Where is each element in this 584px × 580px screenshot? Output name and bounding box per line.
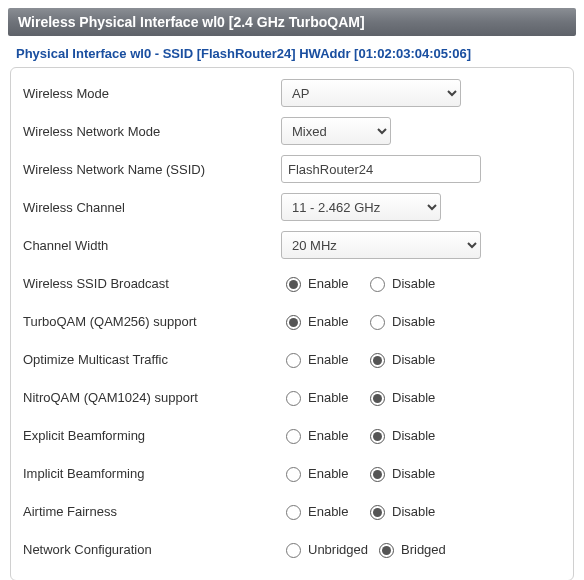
enable-label: Enable [308,390,348,405]
label-ebf: Explicit Beamforming [21,428,281,443]
label-network-mode: Wireless Network Mode [21,124,281,139]
label-netconf: Network Configuration [21,542,281,557]
label-multicast: Optimize Multicast Traffic [21,352,281,367]
turboqam-enable-radio[interactable] [286,315,301,330]
broadcast-enable-radio[interactable] [286,277,301,292]
ibf-disable-radio[interactable] [370,467,385,482]
nitroqam-enable-radio[interactable] [286,391,301,406]
atf-enable-radio[interactable] [286,505,301,520]
ebf-disable-radio[interactable] [370,429,385,444]
label-width: Channel Width [21,238,281,253]
disable-label: Disable [392,504,435,519]
disable-label: Disable [392,314,435,329]
atf-disable-radio[interactable] [370,505,385,520]
netconf-unbridged-radio[interactable] [286,543,301,558]
network-mode-select[interactable]: Mixed [281,117,391,145]
label-ssid: Wireless Network Name (SSID) [21,162,281,177]
ssid-input[interactable] [281,155,481,183]
label-wireless-mode: Wireless Mode [21,86,281,101]
unbridged-label: Unbridged [308,542,368,557]
disable-label: Disable [392,428,435,443]
enable-label: Enable [308,276,348,291]
wireless-mode-select[interactable]: AP [281,79,461,107]
multicast-disable-radio[interactable] [370,353,385,368]
turboqam-disable-radio[interactable] [370,315,385,330]
nitroqam-disable-radio[interactable] [370,391,385,406]
label-channel: Wireless Channel [21,200,281,215]
ibf-enable-radio[interactable] [286,467,301,482]
enable-label: Enable [308,428,348,443]
channel-select[interactable]: 11 - 2.462 GHz [281,193,441,221]
disable-label: Disable [392,352,435,367]
enable-label: Enable [308,314,348,329]
multicast-enable-radio[interactable] [286,353,301,368]
label-atf: Airtime Fairness [21,504,281,519]
broadcast-disable-radio[interactable] [370,277,385,292]
ebf-enable-radio[interactable] [286,429,301,444]
enable-label: Enable [308,352,348,367]
channel-width-select[interactable]: 20 MHz [281,231,481,259]
disable-label: Disable [392,466,435,481]
disable-label: Disable [392,390,435,405]
netconf-bridged-radio[interactable] [379,543,394,558]
interface-summary: Physical Interface wl0 - SSID [FlashRout… [8,36,576,67]
enable-label: Enable [308,466,348,481]
label-broadcast: Wireless SSID Broadcast [21,276,281,291]
settings-panel: Wireless Mode AP Wireless Network Mode M… [10,67,574,580]
label-ibf: Implicit Beamforming [21,466,281,481]
label-nitroqam: NitroQAM (QAM1024) support [21,390,281,405]
enable-label: Enable [308,504,348,519]
label-turboqam: TurboQAM (QAM256) support [21,314,281,329]
bridged-label: Bridged [401,542,446,557]
panel-title: Wireless Physical Interface wl0 [2.4 GHz… [8,8,576,36]
disable-label: Disable [392,276,435,291]
